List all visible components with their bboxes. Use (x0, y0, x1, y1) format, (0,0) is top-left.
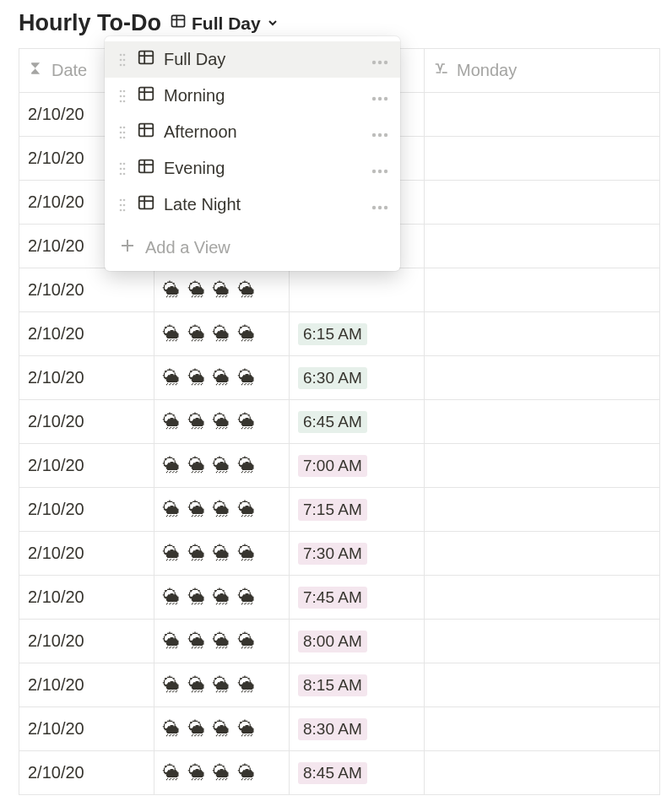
time-of-day-cell[interactable]: 🌦 🌦 🌦 🌦 (154, 707, 290, 751)
table-row: 2/10/20🌦 🌦 🌦 🌦7:45 AM (19, 576, 660, 620)
drag-handle-icon[interactable] (117, 162, 128, 176)
time-of-day-cell[interactable]: 🌦 🌦 🌦 🌦 (154, 751, 290, 795)
more-icon[interactable] (371, 159, 388, 178)
monday-cell[interactable] (425, 400, 660, 444)
add-view-label: Add a View (145, 238, 230, 257)
monday-cell[interactable] (425, 663, 660, 707)
drag-handle-icon[interactable] (117, 53, 128, 67)
formula-icon (28, 60, 45, 81)
time-cell[interactable]: 8:30 AM (290, 707, 425, 751)
view-option[interactable]: Late Night (105, 187, 400, 223)
time-of-day-cell[interactable]: 🌦 🌦 🌦 🌦 (154, 532, 290, 576)
time-chip: 8:45 AM (298, 762, 367, 784)
date-cell[interactable]: 2/10/20 (19, 356, 154, 400)
view-option-label: Morning (164, 86, 363, 106)
monday-cell[interactable] (425, 576, 660, 620)
time-cell[interactable] (290, 268, 425, 312)
add-view-button[interactable]: Add a View (105, 228, 400, 266)
time-chip: 8:15 AM (298, 674, 367, 696)
date-cell[interactable]: 2/10/20 (19, 576, 154, 620)
view-option-label: Late Night (164, 195, 363, 214)
time-cell[interactable]: 7:00 AM (290, 444, 425, 488)
date-cell[interactable]: 2/10/20 (19, 444, 154, 488)
table-row: 2/10/20🌦 🌦 🌦 🌦8:45 AM (19, 751, 660, 795)
date-cell[interactable]: 2/10/20 (19, 620, 154, 663)
table-icon (137, 84, 155, 107)
more-icon[interactable] (371, 86, 388, 106)
table-icon (137, 157, 155, 180)
text-icon (433, 60, 450, 81)
column-header-label: Date (51, 61, 87, 80)
time-cell[interactable]: 7:30 AM (290, 532, 425, 576)
view-option[interactable]: Evening (105, 150, 400, 187)
date-cell[interactable]: 2/10/20 (19, 400, 154, 444)
monday-cell[interactable] (425, 312, 660, 356)
time-chip: 6:30 AM (298, 367, 367, 389)
table-row: 2/10/20🌦 🌦 🌦 🌦8:30 AM (19, 707, 660, 751)
monday-cell[interactable] (425, 137, 660, 181)
drag-handle-icon[interactable] (117, 126, 128, 139)
table-row: 2/10/20🌦 🌦 🌦 🌦6:30 AM (19, 356, 660, 400)
date-cell[interactable]: 2/10/20 (19, 312, 154, 356)
monday-cell[interactable] (425, 356, 660, 400)
time-of-day-cell[interactable]: 🌦 🌦 🌦 🌦 (154, 576, 290, 620)
time-of-day-cell[interactable]: 🌦 🌦 🌦 🌦 (154, 488, 290, 532)
monday-cell[interactable] (425, 444, 660, 488)
monday-cell[interactable] (425, 268, 660, 312)
time-of-day-cell[interactable]: 🌦 🌦 🌦 🌦 (154, 356, 290, 400)
time-cell[interactable]: 7:15 AM (290, 488, 425, 532)
time-of-day-cell[interactable]: 🌦 🌦 🌦 🌦 (154, 268, 290, 312)
monday-cell[interactable] (425, 181, 660, 225)
time-cell[interactable]: 6:15 AM (290, 312, 425, 356)
time-chip: 8:00 AM (298, 631, 367, 652)
view-option[interactable]: Afternoon (105, 114, 400, 150)
date-cell[interactable]: 2/10/20 (19, 707, 154, 751)
time-chip: 7:15 AM (298, 499, 367, 521)
date-cell[interactable]: 2/10/20 (19, 488, 154, 532)
view-option[interactable]: Morning (105, 78, 400, 114)
drag-handle-icon[interactable] (117, 89, 128, 103)
time-of-day-cell[interactable]: 🌦 🌦 🌦 🌦 (154, 312, 290, 356)
time-cell[interactable]: 7:45 AM (290, 576, 425, 620)
time-of-day-cell[interactable]: 🌦 🌦 🌦 🌦 (154, 444, 290, 488)
time-chip: 6:15 AM (298, 323, 367, 345)
monday-cell[interactable] (425, 620, 660, 663)
monday-cell[interactable] (425, 488, 660, 532)
table-icon (137, 193, 155, 216)
time-of-day-cell[interactable]: 🌦 🌦 🌦 🌦 (154, 400, 290, 444)
table-row: 2/10/20🌦 🌦 🌦 🌦7:30 AM (19, 532, 660, 576)
column-header-label: Monday (457, 61, 517, 80)
view-selector[interactable]: Full Day (170, 13, 279, 34)
page-title: Hourly To-Do (19, 10, 161, 36)
view-option-label: Evening (164, 159, 363, 178)
time-of-day-cell[interactable]: 🌦 🌦 🌦 🌦 (154, 620, 290, 663)
more-icon[interactable] (371, 122, 388, 142)
date-cell[interactable]: 2/10/20 (19, 751, 154, 795)
monday-cell[interactable] (425, 225, 660, 268)
table-row: 2/10/20🌦 🌦 🌦 🌦7:00 AM (19, 444, 660, 488)
table-row: 2/10/20🌦 🌦 🌦 🌦 (19, 268, 660, 312)
time-cell[interactable]: 8:00 AM (290, 620, 425, 663)
time-cell[interactable]: 8:45 AM (290, 751, 425, 795)
monday-cell[interactable] (425, 751, 660, 795)
drag-handle-icon[interactable] (117, 198, 128, 212)
table-row: 2/10/20🌦 🌦 🌦 🌦7:15 AM (19, 488, 660, 532)
column-header-monday[interactable]: Monday (425, 49, 660, 93)
time-cell[interactable]: 6:30 AM (290, 356, 425, 400)
date-cell[interactable]: 2/10/20 (19, 268, 154, 312)
time-cell[interactable]: 8:15 AM (290, 663, 425, 707)
table-row: 2/10/20🌦 🌦 🌦 🌦8:15 AM (19, 663, 660, 707)
date-cell[interactable]: 2/10/20 (19, 532, 154, 576)
time-chip: 7:30 AM (298, 543, 367, 565)
time-chip: 7:45 AM (298, 587, 367, 609)
view-option-label: Afternoon (164, 122, 363, 142)
more-icon[interactable] (371, 50, 388, 69)
time-of-day-cell[interactable]: 🌦 🌦 🌦 🌦 (154, 663, 290, 707)
date-cell[interactable]: 2/10/20 (19, 663, 154, 707)
monday-cell[interactable] (425, 707, 660, 751)
monday-cell[interactable] (425, 532, 660, 576)
more-icon[interactable] (371, 195, 388, 214)
time-cell[interactable]: 6:45 AM (290, 400, 425, 444)
view-option[interactable]: Full Day (105, 41, 400, 78)
monday-cell[interactable] (425, 93, 660, 137)
